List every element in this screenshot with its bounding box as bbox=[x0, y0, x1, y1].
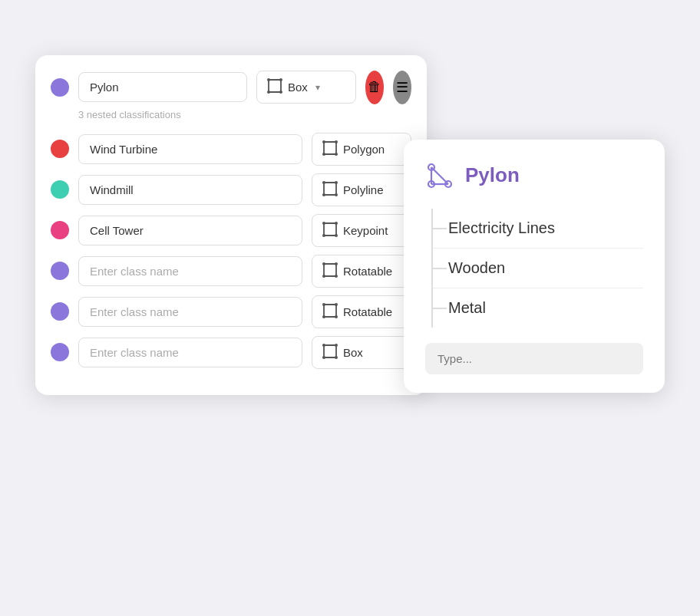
svg-point-6 bbox=[322, 140, 325, 143]
svg-point-2 bbox=[279, 78, 282, 81]
svg-point-4 bbox=[279, 91, 282, 94]
right-panel: Pylon Electricity LinesWoodenMetal bbox=[404, 140, 665, 393]
class-name-input[interactable] bbox=[78, 338, 302, 367]
svg-point-3 bbox=[267, 91, 270, 94]
type-label: Polyline bbox=[343, 183, 384, 196]
svg-point-16 bbox=[322, 222, 325, 225]
class-name-input[interactable] bbox=[78, 175, 302, 205]
pylon-color-dot bbox=[51, 78, 69, 97]
svg-point-29 bbox=[335, 315, 338, 318]
type-label: Box bbox=[343, 346, 363, 359]
type-selector[interactable]: Polygon bbox=[312, 133, 411, 166]
svg-rect-30 bbox=[324, 345, 336, 357]
svg-point-28 bbox=[322, 315, 325, 318]
type-label: Keypoint bbox=[343, 224, 388, 237]
nested-label: 3 nested classifications bbox=[78, 109, 411, 120]
table-row: Rotatable bbox=[51, 295, 411, 328]
bbox-icon bbox=[322, 302, 338, 321]
pylon-header: Pylon bbox=[425, 161, 643, 190]
svg-rect-25 bbox=[324, 305, 336, 317]
pylon-icon bbox=[425, 161, 454, 190]
color-dot bbox=[51, 180, 69, 199]
list-item: Electricity Lines bbox=[433, 209, 643, 249]
svg-point-14 bbox=[335, 193, 338, 196]
hamburger-icon: ☰ bbox=[396, 79, 408, 96]
color-dot bbox=[51, 302, 69, 321]
color-dot bbox=[51, 262, 69, 280]
svg-point-34 bbox=[335, 356, 338, 359]
chevron-down-icon: ▾ bbox=[315, 82, 320, 93]
type-selector[interactable]: Polyline bbox=[312, 173, 411, 206]
delete-button[interactable]: 🗑 bbox=[365, 71, 384, 104]
classification-list: Electricity LinesWoodenMetal bbox=[431, 209, 643, 328]
svg-point-23 bbox=[322, 275, 325, 278]
bbox-icon bbox=[322, 262, 338, 281]
table-row: Box bbox=[51, 336, 411, 369]
svg-point-13 bbox=[322, 193, 325, 196]
svg-point-12 bbox=[335, 181, 338, 184]
class-name-input[interactable] bbox=[78, 134, 302, 164]
table-row: Keypoint bbox=[51, 214, 411, 247]
svg-point-1 bbox=[267, 78, 270, 81]
svg-point-32 bbox=[335, 344, 338, 347]
svg-rect-10 bbox=[324, 183, 336, 195]
pylon-type-selector[interactable]: Box ▾ bbox=[256, 71, 356, 104]
type-label: Polygon bbox=[343, 143, 385, 156]
svg-point-24 bbox=[335, 275, 338, 278]
pylon-type-label: Box bbox=[288, 81, 308, 94]
type-label: Rotatable bbox=[343, 265, 392, 278]
svg-rect-15 bbox=[324, 223, 336, 236]
svg-point-18 bbox=[322, 234, 325, 237]
type-selector[interactable]: Keypoint bbox=[312, 214, 411, 247]
class-rows-container: Polygon Polyline Keypoint bbox=[51, 133, 411, 369]
table-row: Rotatable bbox=[51, 255, 411, 288]
svg-point-33 bbox=[322, 356, 325, 359]
bbox-icon bbox=[322, 140, 338, 159]
svg-point-19 bbox=[335, 234, 338, 237]
svg-rect-5 bbox=[324, 142, 336, 154]
list-item: Metal bbox=[433, 288, 643, 328]
type-selector[interactable]: Rotatable bbox=[312, 255, 411, 288]
bbox-icon bbox=[266, 77, 283, 97]
svg-point-8 bbox=[322, 153, 325, 156]
pylon-name-input[interactable] bbox=[78, 72, 247, 102]
svg-point-27 bbox=[335, 303, 338, 306]
svg-point-21 bbox=[322, 262, 325, 265]
svg-rect-0 bbox=[269, 80, 281, 92]
class-name-input[interactable] bbox=[78, 216, 302, 245]
type-label: Rotatable bbox=[343, 305, 392, 318]
type-input[interactable] bbox=[425, 343, 643, 374]
bbox-icon bbox=[322, 180, 338, 199]
left-panel: Box ▾ 🗑 ☰ 3 nested classifications Polyg… bbox=[35, 55, 427, 395]
table-row: Polygon bbox=[51, 133, 411, 166]
bbox-icon bbox=[322, 221, 338, 240]
class-name-input[interactable] bbox=[78, 256, 302, 286]
list-item: Wooden bbox=[433, 249, 643, 288]
svg-point-11 bbox=[322, 181, 325, 184]
table-row: Polyline bbox=[51, 173, 411, 206]
svg-point-26 bbox=[322, 303, 325, 306]
type-selector[interactable]: Box bbox=[312, 336, 411, 369]
pylon-title: Pylon bbox=[465, 163, 520, 187]
type-selector[interactable]: Rotatable bbox=[312, 295, 411, 328]
menu-button[interactable]: ☰ bbox=[393, 71, 411, 104]
svg-point-9 bbox=[335, 153, 338, 156]
svg-rect-20 bbox=[324, 264, 336, 276]
svg-point-22 bbox=[335, 262, 338, 265]
color-dot bbox=[51, 140, 69, 158]
color-dot bbox=[51, 221, 69, 239]
color-dot bbox=[51, 343, 69, 361]
svg-point-7 bbox=[335, 140, 338, 143]
bbox-icon bbox=[322, 343, 338, 362]
svg-point-31 bbox=[322, 344, 325, 347]
class-name-input[interactable] bbox=[78, 297, 302, 327]
trash-icon: 🗑 bbox=[368, 79, 381, 95]
svg-point-17 bbox=[335, 222, 338, 225]
